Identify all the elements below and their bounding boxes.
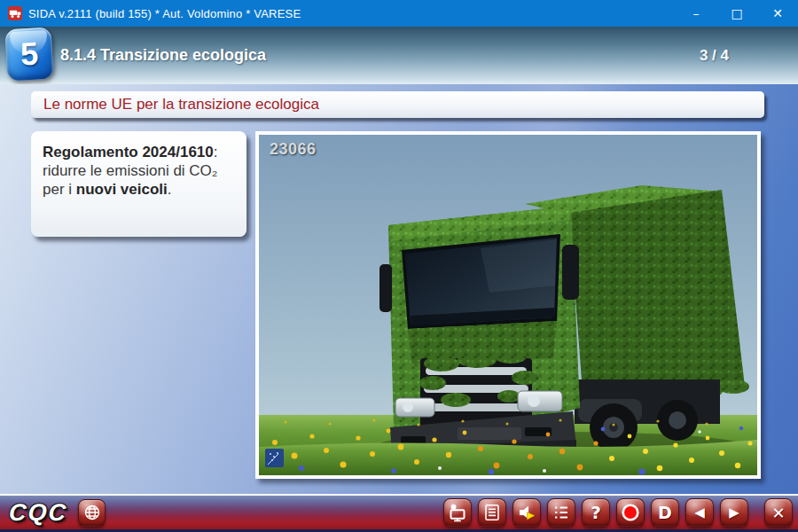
dictionary-button[interactable]: D — [651, 498, 679, 527]
text-page-button[interactable] — [478, 498, 506, 527]
note-bold-tail: nuovi veicoli — [76, 181, 168, 198]
app-icon — [8, 6, 22, 20]
truck — [379, 185, 749, 461]
photo-code: 23066 — [270, 140, 317, 159]
audio-button[interactable] — [512, 498, 541, 527]
exit-x-icon: ✕ — [771, 504, 785, 522]
lesson-number-badge: 5 — [5, 27, 54, 82]
slide-heading: Le norme UE per la transizione ecologica — [43, 96, 319, 113]
maximize-button[interactable]: □ — [716, 0, 757, 27]
lesson-header: 5 8.1.4 Transizione ecologica 3 / 4 — [0, 27, 798, 84]
document-icon — [482, 503, 502, 522]
presenter-icon — [448, 503, 467, 522]
lesson-title: 8.1.4 Transizione ecologica — [60, 27, 266, 84]
cqc-logo: CQC — [8, 499, 68, 527]
back-button[interactable]: ◀ — [685, 498, 714, 527]
globe-icon — [82, 503, 102, 522]
bottom-toolbar: CQC — [0, 494, 798, 532]
record-button[interactable] — [616, 498, 645, 527]
help-button[interactable]: ? — [582, 498, 610, 527]
forward-button[interactable]: ▶ — [720, 498, 748, 527]
record-icon — [621, 503, 640, 522]
main-stage: Le norme UE per la transizione ecologica… — [0, 84, 798, 494]
index-button[interactable] — [547, 498, 575, 527]
photo-frame: 23066 — [255, 131, 761, 479]
list-icon — [552, 503, 571, 522]
grass-truck-illustration — [259, 135, 757, 475]
forward-arrow-icon: ▶ — [729, 505, 739, 520]
slide-heading-bar: Le norme UE per la transizione ecologica — [31, 91, 764, 118]
app-window: SIDA v.2111 (build 155) * Aut. Voldomino… — [0, 0, 798, 532]
presenter-button[interactable] — [443, 498, 472, 527]
note-end: . — [168, 181, 172, 198]
title-bar: SIDA v.2111 (build 155) * Aut. Voldomino… — [0, 0, 798, 27]
close-window-button[interactable]: ✕ — [757, 0, 798, 27]
minimize-button[interactable]: – — [676, 0, 716, 27]
speaker-icon — [517, 503, 536, 522]
language-globe-button[interactable] — [78, 499, 106, 527]
exit-button[interactable]: ✕ — [764, 498, 793, 527]
watermark-logo — [265, 449, 284, 467]
back-arrow-icon: ◀ — [694, 505, 705, 520]
letter-d-icon: D — [658, 503, 672, 522]
question-mark-icon: ? — [591, 502, 601, 523]
note-card: Regolamento 2024/1610: ridurre le emissi… — [31, 131, 246, 237]
window-title: SIDA v.2111 (build 155) * Aut. Voldomino… — [28, 7, 301, 20]
page-indicator: 3 / 4 — [700, 27, 729, 84]
note-bold-lead: Regolamento 2024/1610 — [43, 144, 214, 160]
toolbar-button-row: ? D ◀ ▶ ✕ — [443, 498, 793, 527]
